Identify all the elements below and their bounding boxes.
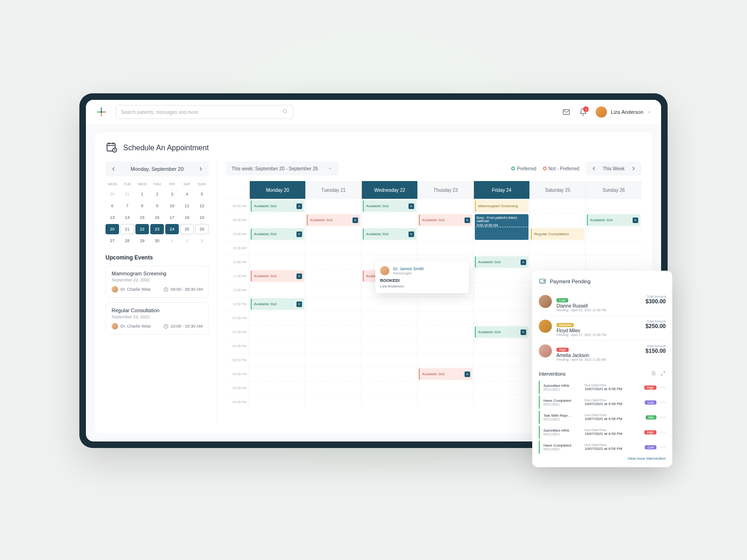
payment-row[interactable]: Low Dianne Russell Pending - April 15, 2… <box>539 291 666 316</box>
calendar-day[interactable]: 30 <box>150 236 164 246</box>
schedule-cell[interactable] <box>473 269 529 283</box>
list-icon[interactable] <box>651 371 656 377</box>
schedule-cell[interactable] <box>305 367 361 381</box>
week-selector[interactable]: This week: September 20 - September 26 <box>226 161 338 175</box>
schedule-cell[interactable] <box>417 325 473 339</box>
schedule-cell[interactable] <box>585 199 641 213</box>
calendar-day[interactable]: 3 <box>165 189 179 199</box>
available-slot[interactable]: Available Slot+ <box>587 214 641 226</box>
schedule-cell[interactable] <box>473 297 529 311</box>
schedule-cell[interactable] <box>305 395 361 409</box>
schedule-cell[interactable]: Available Slot+ <box>249 297 305 311</box>
day-header[interactable]: Monday 20 <box>249 181 305 199</box>
prev-day-button[interactable] <box>110 166 117 172</box>
schedule-cell[interactable] <box>473 353 529 367</box>
calendar-day[interactable]: 29 <box>135 236 149 246</box>
schedule-cell[interactable]: Available Slot+ <box>361 199 417 213</box>
calendar-day[interactable]: 23 <box>150 224 164 234</box>
schedule-cell[interactable] <box>249 381 305 395</box>
add-icon[interactable]: + <box>409 231 414 237</box>
schedule-cell[interactable] <box>529 255 585 269</box>
schedule-cell[interactable] <box>473 311 529 325</box>
add-icon[interactable]: + <box>465 371 470 377</box>
calendar-day[interactable]: 31 <box>120 189 134 199</box>
calendar-day[interactable]: 19 <box>195 212 209 223</box>
payment-row[interactable]: High Amelia Jackson Pending - April 18, … <box>539 341 666 365</box>
schedule-cell[interactable] <box>305 339 361 353</box>
schedule-cell[interactable]: Available Slot+ <box>417 213 473 227</box>
schedule-cell[interactable] <box>249 339 305 353</box>
calendar-day[interactable]: 11 <box>180 201 194 211</box>
available-slot[interactable]: Available Slot+ <box>363 200 416 212</box>
available-slot[interactable]: Available Slot+ <box>251 228 304 240</box>
schedule-cell[interactable] <box>305 269 361 283</box>
calendar-day[interactable]: 30 <box>106 189 119 199</box>
calendar-day[interactable]: 9 <box>150 201 164 211</box>
calendar-day[interactable]: 15 <box>135 212 149 223</box>
scheduled-event[interactable]: Regular Consultation <box>531 228 585 240</box>
user-menu[interactable]: Liza Anderson <box>596 106 652 118</box>
schedule-cell[interactable] <box>249 353 305 367</box>
intervention-row[interactable]: Have Completed05/11/2021 Due Date/Time10… <box>539 396 666 409</box>
calendar-day[interactable]: 22 <box>135 224 149 234</box>
payment-row[interactable]: Medium Floyd Miles Pending - April 17, 2… <box>539 316 666 341</box>
calendar-day[interactable]: 4 <box>180 189 194 199</box>
schedule-cell[interactable] <box>361 325 417 339</box>
schedule-cell[interactable] <box>417 395 473 409</box>
day-header[interactable]: Sunday 26 <box>585 181 641 199</box>
more-icon[interactable]: ⋯ <box>660 414 666 420</box>
expand-icon[interactable] <box>660 371 666 377</box>
add-icon[interactable]: + <box>296 301 302 307</box>
intervention-row[interactable]: Have Completed05/11/2021 Due Date/Time10… <box>539 441 666 454</box>
calendar-day[interactable]: 18 <box>180 212 194 223</box>
schedule-cell[interactable] <box>417 381 473 395</box>
schedule-cell[interactable] <box>249 213 305 227</box>
available-slot[interactable]: Available Slot+ <box>475 326 529 338</box>
calendar-day[interactable]: 20 <box>106 224 119 234</box>
add-icon[interactable]: + <box>465 217 470 223</box>
schedule-cell[interactable] <box>249 325 305 339</box>
schedule-cell[interactable] <box>249 367 305 381</box>
more-icon[interactable]: ⋯ <box>660 429 666 435</box>
mail-icon[interactable] <box>562 108 571 116</box>
schedule-cell[interactable] <box>249 395 305 409</box>
schedule-cell[interactable]: Available Slot+ <box>361 227 417 241</box>
schedule-cell[interactable] <box>361 395 417 409</box>
schedule-cell[interactable] <box>417 227 473 241</box>
schedule-cell[interactable] <box>249 311 305 325</box>
schedule-cell[interactable]: Available Slot+ <box>473 325 529 339</box>
schedule-cell[interactable] <box>585 255 641 269</box>
schedule-cell[interactable] <box>361 381 417 395</box>
schedule-cell[interactable] <box>473 283 529 297</box>
schedule-cell[interactable] <box>361 311 417 325</box>
schedule-cell[interactable] <box>361 353 417 367</box>
schedule-cell[interactable] <box>529 241 585 255</box>
schedule-cell[interactable] <box>473 227 529 241</box>
schedule-cell[interactable] <box>585 227 641 241</box>
scheduled-event[interactable]: Mammogram Screening <box>475 200 529 212</box>
add-icon[interactable]: + <box>296 273 302 279</box>
calendar-day[interactable]: 2 <box>150 189 164 199</box>
add-icon[interactable]: + <box>296 203 302 209</box>
schedule-cell[interactable] <box>585 241 641 255</box>
schedule-cell[interactable] <box>417 311 473 325</box>
add-icon[interactable]: + <box>521 329 526 335</box>
calendar-day[interactable]: 10 <box>165 201 179 211</box>
schedule-cell[interactable] <box>417 241 473 255</box>
calendar-day[interactable]: 28 <box>120 236 134 246</box>
schedule-cell[interactable]: Regular Consultation <box>529 227 585 241</box>
schedule-cell[interactable] <box>305 353 361 367</box>
calendar-day[interactable]: 16 <box>150 212 164 223</box>
view-more-link[interactable]: View more Intervention <box>539 456 666 461</box>
calendar-day[interactable]: 1 <box>135 189 149 199</box>
more-icon[interactable]: ⋯ <box>660 399 666 406</box>
schedule-cell[interactable] <box>361 213 417 227</box>
calendar-day[interactable]: 2 <box>180 236 194 246</box>
schedule-cell[interactable] <box>473 339 529 353</box>
schedule-cell[interactable] <box>417 353 473 367</box>
schedule-cell[interactable] <box>473 367 529 381</box>
schedule-cell[interactable] <box>305 381 361 395</box>
calendar-day[interactable]: 13 <box>106 212 119 223</box>
day-header[interactable]: Thusday 23 <box>417 181 473 199</box>
calendar-day[interactable]: 25 <box>180 224 194 234</box>
